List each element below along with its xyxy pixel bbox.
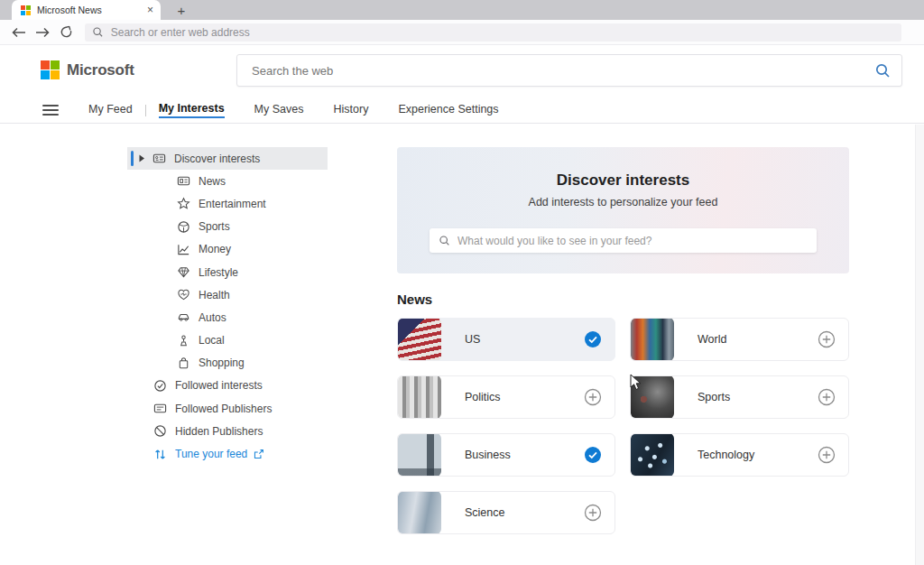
government-columns-image bbox=[398, 375, 441, 419]
sidebar-item-shopping[interactable]: Shopping bbox=[127, 352, 328, 375]
tab-close-icon[interactable]: × bbox=[147, 5, 153, 15]
discover-interests-hero: Discover interests Add interests to pers… bbox=[397, 147, 849, 273]
us-flag-image bbox=[398, 318, 441, 361]
interest-cards-grid: US World Politics Sp bbox=[397, 318, 849, 534]
address-bar bbox=[0, 20, 924, 45]
address-input[interactable] bbox=[111, 26, 894, 39]
line-chart-icon bbox=[177, 243, 190, 256]
sidebar-item-money[interactable]: Money bbox=[127, 238, 328, 261]
news-section-title: News bbox=[397, 292, 849, 307]
tab-my-feed[interactable]: My Feed bbox=[88, 103, 133, 117]
shopping-bag-icon bbox=[177, 357, 190, 370]
site-nav: My Feed My Interests My Saves History Ex… bbox=[0, 97, 924, 124]
blocked-icon bbox=[153, 424, 167, 438]
add-plus-button[interactable] bbox=[818, 330, 836, 348]
added-check-button[interactable] bbox=[584, 446, 602, 464]
back-button[interactable] bbox=[7, 23, 31, 42]
web-search-box[interactable] bbox=[236, 54, 902, 87]
search-icon[interactable] bbox=[874, 62, 891, 79]
check-circle-icon bbox=[153, 379, 167, 393]
microsoft-favicon-icon bbox=[21, 5, 31, 15]
tab-strip: Microsoft News × + bbox=[0, 0, 924, 20]
tune-your-feed-link[interactable]: Tune your feed bbox=[127, 442, 328, 465]
tab-history[interactable]: History bbox=[333, 103, 368, 117]
sidebar-item-local[interactable]: Local bbox=[127, 329, 328, 352]
news-icon bbox=[177, 174, 190, 188]
interests-main: Discover interests Add interests to pers… bbox=[397, 147, 849, 534]
selection-indicator bbox=[131, 151, 134, 166]
tab-my-interests[interactable]: My Interests bbox=[159, 102, 225, 118]
star-icon bbox=[177, 197, 190, 210]
tab-title: Microsoft News bbox=[37, 5, 142, 15]
added-check-button[interactable] bbox=[584, 330, 602, 348]
hamburger-menu-icon[interactable] bbox=[42, 105, 59, 116]
new-tab-button[interactable]: + bbox=[168, 0, 195, 20]
caret-expand-icon[interactable] bbox=[138, 154, 145, 162]
tab-experience-settings[interactable]: Experience Settings bbox=[398, 103, 498, 117]
hero-title: Discover interests bbox=[397, 171, 849, 190]
interest-search-box[interactable] bbox=[430, 228, 817, 253]
sidebar-item-discover-interests[interactable]: Discover interests bbox=[127, 147, 328, 170]
world-flags-image bbox=[631, 318, 674, 361]
sidebar-item-lifestyle[interactable]: Lifestyle bbox=[127, 261, 328, 283]
forward-button[interactable] bbox=[31, 23, 54, 42]
sidebar-item-news[interactable]: News bbox=[127, 170, 328, 192]
add-plus-button[interactable] bbox=[584, 388, 602, 406]
person-pin-icon bbox=[177, 334, 190, 347]
search-icon bbox=[92, 26, 104, 38]
sort-arrows-icon bbox=[153, 448, 167, 461]
scrollbar[interactable] bbox=[915, 125, 924, 565]
external-link-icon bbox=[253, 449, 264, 460]
business-image bbox=[398, 433, 441, 477]
add-plus-button[interactable] bbox=[818, 446, 836, 464]
sidebar-item-sports[interactable]: Sports bbox=[127, 216, 328, 238]
interests-icon bbox=[152, 152, 166, 165]
tab-my-saves[interactable]: My Saves bbox=[254, 103, 304, 117]
interests-sidebar: Discover interests News Entertainment Sp… bbox=[127, 147, 328, 466]
add-plus-button[interactable] bbox=[818, 388, 836, 406]
ball-icon bbox=[177, 220, 190, 234]
heart-icon bbox=[177, 288, 190, 301]
interest-card-technology[interactable]: Technology bbox=[630, 433, 849, 477]
search-icon bbox=[439, 235, 450, 246]
browser-window: Microsoft News × + Microsoft My Fe bbox=[0, 0, 924, 565]
web-search-input[interactable] bbox=[252, 64, 874, 78]
technology-image bbox=[631, 433, 674, 477]
refresh-button[interactable] bbox=[54, 23, 78, 42]
microsoft-logo-icon bbox=[41, 60, 60, 79]
interest-card-business[interactable]: Business bbox=[397, 433, 615, 477]
interest-card-politics[interactable]: Politics bbox=[397, 375, 615, 419]
interest-card-science[interactable]: Science bbox=[397, 491, 615, 534]
address-field[interactable] bbox=[85, 23, 901, 42]
interest-card-us[interactable]: US bbox=[397, 318, 615, 361]
interest-card-world[interactable]: World bbox=[630, 318, 849, 361]
hero-subtitle: Add interests to personalize your feed bbox=[397, 196, 849, 208]
science-image bbox=[398, 491, 441, 534]
sidebar-item-followed-publishers[interactable]: Followed Publishers bbox=[127, 397, 328, 420]
sports-image bbox=[631, 375, 674, 419]
publisher-icon bbox=[153, 402, 167, 415]
sidebar-item-entertainment[interactable]: Entertainment bbox=[127, 192, 328, 215]
sidebar-item-autos[interactable]: Autos bbox=[127, 306, 328, 329]
sidebar-item-hidden-publishers[interactable]: Hidden Publishers bbox=[127, 420, 328, 442]
browser-tab[interactable]: Microsoft News × bbox=[12, 0, 161, 20]
sidebar-item-health[interactable]: Health bbox=[127, 283, 328, 306]
microsoft-wordmark: Microsoft bbox=[67, 61, 134, 79]
interest-search-input[interactable] bbox=[457, 235, 808, 247]
nav-divider bbox=[145, 105, 146, 116]
interest-card-sports[interactable]: Sports bbox=[630, 375, 849, 419]
add-plus-button[interactable] bbox=[584, 504, 602, 522]
microsoft-logo[interactable]: Microsoft bbox=[41, 60, 134, 79]
sidebar-item-followed-interests[interactable]: Followed interests bbox=[127, 375, 328, 397]
diamond-icon bbox=[177, 265, 190, 279]
car-icon bbox=[177, 310, 190, 324]
